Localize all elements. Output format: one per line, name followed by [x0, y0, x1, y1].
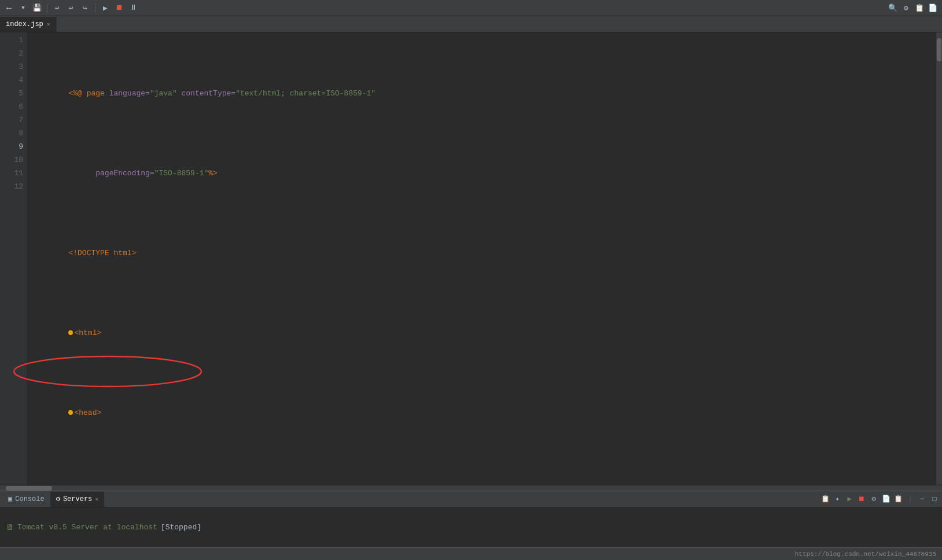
- code-text: [177, 89, 182, 98]
- servers-label: Servers: [63, 495, 92, 503]
- code-indent: [68, 169, 95, 178]
- toolbar-icon-1[interactable]: ⟵: [3, 2, 15, 14]
- toolbar-icon-r2[interactable]: 📄: [927, 2, 939, 14]
- console-label: Console: [15, 495, 44, 503]
- panel-icon-4[interactable]: 📄: [881, 494, 891, 504]
- code-line-5: <head>: [32, 393, 936, 433]
- toolbar-icon-forward[interactable]: ↪: [79, 2, 91, 14]
- code-head-open: <head>: [74, 408, 101, 417]
- code-text: =: [145, 89, 150, 98]
- panel-sep: |: [905, 494, 915, 504]
- panel-tabs: ▣ Console ⚙ Servers ✕ 📋 ✦ ▶ ⏹ ⚙ 📄 📋 | — …: [0, 491, 942, 507]
- editor-wrapper: 1 2 3 4 5 6 7 8 9 10 11 12 <%@ page lang…: [0, 32, 942, 491]
- toolbar-search-icon[interactable]: 🔍: [887, 2, 899, 14]
- code-line-2: pageEncoding="ISO-8859-1"%>: [32, 153, 936, 193]
- code-text: =: [150, 169, 154, 178]
- code-tag-close: %>: [208, 169, 218, 178]
- tab-label: index.jsp: [6, 20, 43, 28]
- code-value: "java": [150, 89, 177, 98]
- h-scrollbar-thumb[interactable]: [6, 486, 52, 491]
- toolbar-icon-r1[interactable]: 📋: [914, 2, 925, 14]
- line-numbers: 1 2 3 4 5 6 7 8 9 10 11 12: [0, 32, 27, 485]
- main-toolbar: ⟵ ▼ 💾 ↩ ↩ ↪ ▶ ⏹ ⏸ 🔍 ⚙ 📋 📄: [0, 0, 942, 16]
- toolbar-icon-run[interactable]: ▶: [100, 2, 111, 14]
- code-editor[interactable]: <%@ page language="java" contentType="te…: [27, 32, 936, 485]
- horizontal-scrollbar[interactable]: [0, 485, 942, 491]
- code-attr3: pageEncoding: [95, 169, 150, 178]
- toolbar-icon-back[interactable]: ↩: [51, 2, 63, 14]
- code-value3: "ISO-8859-1": [154, 169, 209, 178]
- line-num-10: 10: [0, 153, 23, 167]
- servers-tab-close[interactable]: ✕: [95, 496, 98, 503]
- status-bar: https://blog.csdn.net/weixin_44676935: [0, 547, 942, 560]
- line-num-12: 12: [0, 180, 23, 193]
- line-num-9: 9: [0, 140, 23, 153]
- vertical-scrollbar[interactable]: [936, 32, 942, 485]
- tab-close-button[interactable]: ✕: [47, 21, 50, 28]
- status-right: https://blog.csdn.net/weixin_44676935: [795, 551, 936, 558]
- code-attr: language: [109, 89, 145, 98]
- toolbar-icon-dropdown[interactable]: ▼: [17, 2, 29, 14]
- toolbar-icon-stop[interactable]: ⏹: [113, 2, 125, 14]
- panel-icon-new[interactable]: ✦: [832, 494, 842, 504]
- console-icon: ▣: [8, 495, 12, 503]
- scrollbar-thumb[interactable]: [937, 38, 941, 61]
- server-item[interactable]: 🖥 Tomcat v8.5 Server at localhost [Stopp…: [6, 523, 201, 532]
- panel-tab-servers[interactable]: ⚙ Servers ✕: [50, 492, 105, 507]
- servers-icon: ⚙: [56, 495, 60, 503]
- panel-icon-max[interactable]: □: [929, 494, 940, 504]
- editor-main: 1 2 3 4 5 6 7 8 9 10 11 12 <%@ page lang…: [0, 32, 942, 485]
- code-doctype: <!DOCTYPE html>: [68, 249, 136, 257]
- code-html-open: <html>: [74, 329, 101, 337]
- code-value2: "text/html; charset=ISO-8859-1": [236, 89, 376, 98]
- line-num-4: 4: [0, 73, 23, 87]
- toolbar-sep-2: [95, 3, 95, 13]
- panel-content: 🖥 Tomcat v8.5 Server at localhost [Stopp…: [0, 507, 942, 547]
- line-num-3: 3: [0, 60, 23, 73]
- panel-icon-stop[interactable]: ⏹: [856, 494, 867, 504]
- toolbar-save-icon[interactable]: 💾: [31, 2, 43, 14]
- line-num-1: 1: [0, 34, 23, 47]
- panel-icon-run[interactable]: ▶: [844, 494, 855, 504]
- code-text: <%@ page: [68, 89, 109, 98]
- panel-toolbar: 📋 ✦ ▶ ⏹ ⚙ 📄 📋 | — □: [820, 494, 940, 504]
- panel-icon-1[interactable]: 📋: [820, 494, 830, 504]
- line-num-11: 11: [0, 167, 23, 180]
- line-num-6: 6: [0, 100, 23, 113]
- panel-icon-3[interactable]: ⚙: [869, 494, 879, 504]
- code-line-1: <%@ page language="java" contentType="te…: [32, 73, 936, 113]
- toolbar-settings-icon[interactable]: ⚙: [900, 2, 912, 14]
- line-num-8: 8: [0, 127, 23, 140]
- tab-index-jsp[interactable]: index.jsp ✕: [0, 17, 57, 32]
- panel-tab-console[interactable]: ▣ Console: [2, 492, 50, 507]
- tab-bar: index.jsp ✕: [0, 16, 942, 32]
- toolbar-sep-1: [47, 3, 47, 13]
- code-text: =: [231, 89, 236, 98]
- line-num-2: 2: [0, 47, 23, 60]
- bottom-panel: ▣ Console ⚙ Servers ✕ 📋 ✦ ▶ ⏹ ⚙ 📄 📋 | — …: [0, 491, 942, 560]
- server-icon: 🖥: [6, 523, 14, 532]
- code-attr2: contentType: [182, 89, 231, 98]
- fold-dot-5[interactable]: [68, 410, 73, 415]
- line-num-5: 5: [0, 87, 23, 100]
- server-status: [Stopped]: [161, 523, 201, 532]
- panel-icon-min[interactable]: —: [917, 494, 928, 504]
- line-num-7: 7: [0, 113, 23, 127]
- toolbar-icon-pause[interactable]: ⏸: [127, 2, 139, 14]
- server-name: Tomcat v8.5 Server at localhost: [17, 523, 157, 532]
- toolbar-icon-back2[interactable]: ↩: [65, 2, 77, 14]
- code-line-4: <html>: [32, 313, 936, 353]
- toolbar-right: 🔍 ⚙ 📋 📄: [887, 2, 939, 14]
- panel-icon-5[interactable]: 📋: [893, 494, 903, 504]
- code-line-6: <meta charset="ISO-8859-1">: [32, 473, 936, 485]
- code-line-3: <!DOCTYPE html>: [32, 233, 936, 273]
- fold-dot-4[interactable]: [68, 330, 73, 335]
